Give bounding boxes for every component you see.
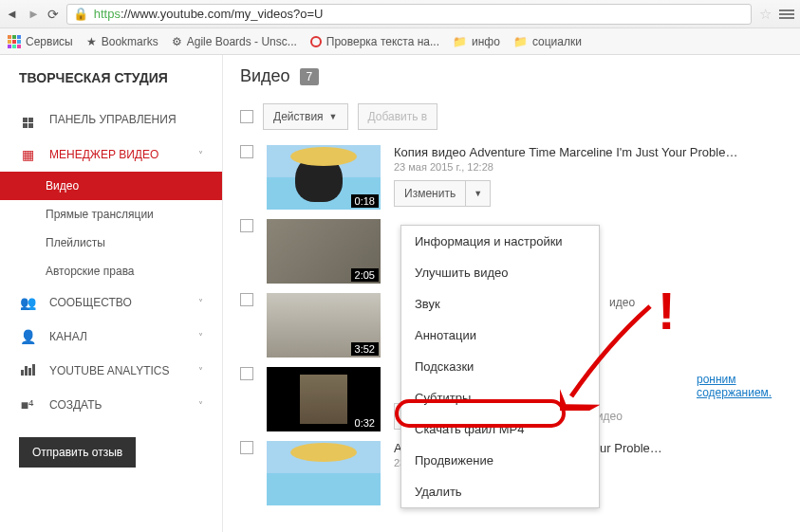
bookmark-label: инфо (472, 35, 500, 48)
actions-row: Действия▼ Добавить в (240, 103, 783, 130)
bookmark-label: Agile Boards - Unsc... (187, 35, 297, 48)
back-icon[interactable]: ◄ (6, 7, 18, 21)
dd-cards[interactable]: Подсказки (401, 351, 599, 382)
chevron-down-icon: ˅ (198, 366, 203, 376)
folder-icon: 📁 (513, 35, 528, 48)
chevron-down-icon: ˅ (198, 400, 203, 411)
dd-annotations[interactable]: Аннотации (401, 320, 599, 351)
row-checkbox[interactable] (240, 293, 253, 306)
folder-icon: 📁 (453, 35, 467, 48)
video-title[interactable]: Копия видео Adventure Time Marceline I'm… (394, 145, 783, 159)
video-thumbnail[interactable] (267, 441, 381, 505)
sidebar-item-create[interactable]: ■⁴ СОЗДАТЬ ˅ (0, 388, 222, 422)
video-duration: 3:52 (351, 342, 379, 356)
video-thumbnail[interactable]: 2:05 (267, 219, 381, 284)
chevron-down-icon: ˅ (198, 150, 203, 160)
forward-icon: ► (28, 7, 40, 21)
channel-icon: 👤 (19, 329, 36, 344)
url-bar[interactable]: 🔒 https://www.youtube.com/my_videos?o=U (66, 4, 752, 25)
video-manager-icon: ▦ (19, 147, 36, 162)
people-icon (19, 295, 36, 310)
video-row: 0:18 Копия видео Adventure Time Marcelin… (240, 145, 783, 210)
sidebar-item-label: ПАНЕЛЬ УПРАВЛЕНИЯ (49, 113, 177, 126)
content-link[interactable]: ронним содержанием. (697, 373, 800, 399)
dd-subtitles[interactable]: Субтитры (401, 382, 599, 413)
sidebar-item-label: СООБЩЕСТВО (49, 296, 132, 309)
nav-arrows: ◄ ► (6, 7, 40, 21)
row-checkbox[interactable] (240, 441, 253, 454)
bookmark-label: Bookmarks (102, 35, 158, 48)
bookmark-label: социалки (532, 35, 582, 48)
camera-icon: ■⁴ (19, 397, 36, 413)
video-duration: 0:32 (351, 416, 379, 430)
video-info: Копия видео Adventure Time Marceline I'm… (394, 145, 783, 207)
edit-dropdown-menu: Информация и настройки Улучшить видео Зв… (400, 225, 600, 508)
star-icon: ★ (86, 35, 97, 48)
dd-promote[interactable]: Продвижение (401, 445, 599, 476)
feedback-button[interactable]: Отправить отзыв (19, 437, 136, 468)
caret-down-icon: ▼ (329, 112, 338, 121)
annotation-exclamation: ! (658, 280, 676, 341)
hamburger-icon[interactable] (779, 9, 794, 19)
apps-shortcut[interactable]: Сервисы (8, 35, 73, 48)
edit-button-group: Изменить ▼ (394, 180, 491, 207)
url-path: ://www.youtube.com/my_videos?o=U (121, 7, 324, 21)
sidebar-item-label: КАНАЛ (49, 330, 87, 343)
select-all-checkbox[interactable] (240, 110, 253, 123)
sidebar-item-label: СОЗДАТЬ (49, 398, 102, 412)
sidebar-item-channel[interactable]: 👤 КАНАЛ ˅ (0, 320, 222, 354)
sidebar-item-analytics[interactable]: YOUTUBE ANALYTICS ˅ (0, 354, 222, 388)
gear-icon: ⚙ (172, 35, 182, 48)
dd-info[interactable]: Информация и настройки (401, 226, 599, 257)
row-checkbox[interactable] (240, 219, 253, 232)
browser-toolbar: ◄ ► ⟳ 🔒 https://www.youtube.com/my_video… (0, 0, 800, 28)
video-count-badge: 7 (300, 68, 320, 85)
dd-audio[interactable]: Звук (401, 288, 599, 320)
reload-icon[interactable]: ⟳ (47, 7, 59, 22)
bookmark-star-icon[interactable]: ☆ (759, 6, 772, 23)
apps-label: Сервисы (26, 35, 73, 48)
sidebar-sub-live[interactable]: Прямые трансляции (0, 200, 222, 229)
dashboard-icon (19, 110, 36, 128)
dd-download-mp4[interactable]: Скачать файл MP4 (401, 413, 599, 445)
video-thumbnail[interactable]: 0:18 (267, 145, 381, 210)
row-checkbox[interactable] (240, 145, 253, 158)
actions-button[interactable]: Действия▼ (263, 103, 348, 130)
sidebar-title: ТВОРЧЕСКАЯ СТУДИЯ (0, 63, 222, 101)
sidebar-sub-playlists[interactable]: Плейлисты (0, 229, 222, 257)
dd-enhance[interactable]: Улучшить видео (401, 257, 599, 288)
url-protocol: https (94, 7, 121, 21)
row-checkbox[interactable] (240, 367, 253, 380)
edit-button[interactable]: Изменить (394, 180, 465, 207)
sidebar-item-dashboard[interactable]: ПАНЕЛЬ УПРАВЛЕНИЯ (0, 101, 222, 138)
caret-down-icon: ▼ (474, 189, 482, 198)
page-title: Видео (240, 66, 290, 86)
edit-dropdown-toggle[interactable]: ▼ (465, 180, 491, 207)
video-thumbnail[interactable]: 0:32 (267, 367, 381, 431)
bookmark-social[interactable]: 📁социалки (513, 35, 582, 48)
chevron-down-icon: ˅ (198, 332, 203, 342)
main-header: Видео 7 (240, 66, 783, 86)
actions-label: Действия (273, 110, 324, 123)
sidebar-sub-video[interactable]: Видео (0, 172, 222, 200)
video-duration: 0:18 (351, 194, 379, 208)
sidebar-item-community[interactable]: СООБЩЕСТВО ˅ (0, 285, 222, 320)
video-duration: 2:05 (351, 268, 379, 282)
video-thumbnail[interactable]: 3:52 (267, 293, 381, 358)
sidebar-submenu: Видео Прямые трансляции Плейлисты Авторс… (0, 172, 222, 285)
add-to-button[interactable]: Добавить в (358, 103, 438, 130)
bookmark-info[interactable]: 📁инфо (453, 35, 500, 48)
video-date: 23 мая 2015 г., 12:28 (394, 161, 783, 173)
sidebar-item-label: YOUTUBE ANALYTICS (49, 364, 169, 377)
bookmark-check[interactable]: Проверка текста на... (310, 35, 439, 48)
bookmarks-bar: Сервисы ★Bookmarks ⚙Agile Boards - Unsc.… (0, 28, 800, 55)
bookmark-bookmarks[interactable]: ★Bookmarks (86, 35, 158, 48)
bookmark-agile[interactable]: ⚙Agile Boards - Unsc... (172, 35, 297, 48)
sidebar: ТВОРЧЕСКАЯ СТУДИЯ ПАНЕЛЬ УПРАВЛЕНИЯ ▦ МЕ… (0, 55, 223, 532)
partial-text: идео (609, 296, 635, 309)
dd-delete[interactable]: Удалить (401, 476, 599, 507)
sidebar-item-video-manager[interactable]: ▦ МЕНЕДЖЕР ВИДЕО ˅ (0, 138, 222, 172)
apps-icon (8, 35, 21, 48)
sidebar-sub-copyright[interactable]: Авторские права (0, 257, 222, 285)
circle-icon (310, 36, 322, 47)
